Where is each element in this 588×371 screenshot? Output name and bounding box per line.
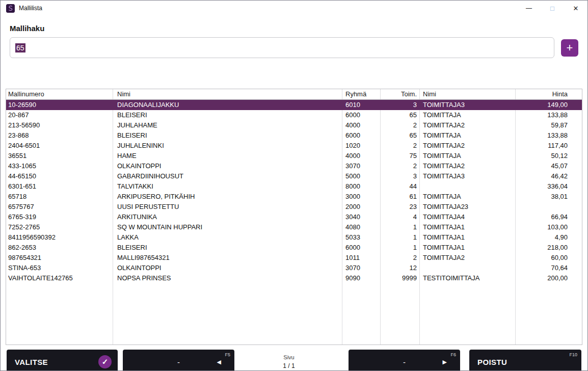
table-empty-cell bbox=[420, 283, 516, 344]
valitse-button[interactable]: VALITSE ✓ bbox=[7, 350, 118, 371]
table-cell: 3 bbox=[381, 100, 420, 110]
next-page-label: - bbox=[403, 358, 406, 366]
table-cell: STINA-653 bbox=[6, 263, 113, 273]
table-cell: 38,01 bbox=[516, 192, 582, 202]
table-cell: JUHLAHAME bbox=[113, 120, 342, 130]
table-cell: 45,07 bbox=[516, 161, 582, 171]
table-cell: NOPSA PRINSES bbox=[113, 273, 342, 283]
table-cell: 36551 bbox=[6, 151, 113, 161]
search-label: Mallihaku bbox=[10, 24, 578, 33]
table-cell: BLEISERI bbox=[113, 110, 342, 120]
table-cell: 59,87 bbox=[516, 120, 582, 130]
table-cell: 1 bbox=[381, 222, 420, 232]
table-row[interactable]: 8411956590392LAKKA50331TOIMITTAJA14,90 bbox=[6, 232, 582, 243]
table-cell: JUHLALENINKI bbox=[113, 141, 342, 151]
search-input[interactable]: 65 bbox=[10, 37, 554, 58]
table-row[interactable]: 987654321MALLI98765432110112TOIMITTAJA26… bbox=[6, 253, 582, 263]
table-cell: 12 bbox=[381, 263, 420, 273]
table-row[interactable]: 7252-2765SQ W MOUNTAIN HUPPARI40801TOIMI… bbox=[6, 222, 582, 232]
table-cell: 66,94 bbox=[516, 212, 582, 222]
table-row[interactable]: 10-26590DIAGONAALIJAKKU60103TOIMITTAJA31… bbox=[6, 100, 582, 110]
table-cell: 6301-651 bbox=[6, 181, 113, 192]
table-cell: 4000 bbox=[342, 151, 381, 161]
column-header-2[interactable]: Ryhmä bbox=[342, 89, 381, 99]
table-cell: 44-65150 bbox=[6, 171, 113, 181]
table-empty-cell bbox=[113, 283, 342, 344]
table-empty-cell bbox=[516, 283, 582, 344]
arrow-left-icon: ◀ bbox=[217, 359, 221, 365]
table-cell: 987654321 bbox=[6, 253, 113, 263]
table-cell: 133,88 bbox=[516, 130, 582, 141]
column-header-3[interactable]: Toim. bbox=[381, 89, 420, 99]
table-row[interactable]: 44-65150GABARDIINIHOUSUT50003TOIMITTAJA3… bbox=[6, 171, 582, 181]
table-row[interactable]: 862-2653BLEISERI60001TOIMITTAJA1218,00 bbox=[6, 243, 582, 253]
table-cell: TALVITAKKI bbox=[113, 181, 342, 192]
table-row[interactable]: 36551HAME400075TOIMITTAJA50,12 bbox=[6, 151, 582, 161]
table-cell: 4 bbox=[381, 212, 420, 222]
table-cell: 1 bbox=[381, 243, 420, 253]
table-row[interactable]: 6301-651TALVITAKKI800044336,04 bbox=[6, 181, 582, 192]
add-button[interactable]: + bbox=[561, 39, 578, 57]
table-cell: LAKKA bbox=[113, 232, 342, 243]
table-cell: SQ W MOUNTAIN HUPPARI bbox=[113, 222, 342, 232]
table-cell: TOIMITTAJA2 bbox=[420, 253, 516, 263]
poistu-button[interactable]: POISTU F10 bbox=[469, 350, 581, 371]
table-cell: 23-868 bbox=[6, 130, 113, 141]
table-cell: 3070 bbox=[342, 161, 381, 171]
table-cell: 9090 bbox=[342, 273, 381, 283]
table-row[interactable]: STINA-653OLKAINTOPPI30701270,64 bbox=[6, 263, 582, 273]
column-header-0[interactable]: Mallinumero bbox=[6, 89, 113, 99]
table-cell: OLKAINTOPPI bbox=[113, 161, 342, 171]
table-cell: 65718 bbox=[6, 192, 113, 202]
search-section: Mallihaku 65 + bbox=[1, 16, 587, 73]
table-cell: TOIMITTAJA1 bbox=[420, 222, 516, 232]
page-indicator: Sivu 1 / 1 bbox=[234, 350, 343, 371]
table-cell: 2 bbox=[381, 141, 420, 151]
table-cell: TESTITOIMITTAJA bbox=[420, 273, 516, 283]
table-cell: VAIHTOLAITE142765 bbox=[6, 273, 113, 283]
table-cell: TOIMITTAJA4 bbox=[420, 212, 516, 222]
column-header-5[interactable]: Hinta bbox=[516, 89, 582, 99]
table-empty-cell bbox=[381, 283, 420, 344]
table-body: 10-26590DIAGONAALIJAKKU60103TOIMITTAJA31… bbox=[6, 100, 582, 344]
page-indicator-label: Sivu bbox=[283, 354, 294, 360]
table-cell: 7252-2765 bbox=[6, 222, 113, 232]
table-row[interactable]: 2404-6501JUHLALENINKI10202TOIMITTAJA2117… bbox=[6, 141, 582, 151]
table-header-row: MallinumeroNimiRyhmäToim.NimiHinta bbox=[6, 89, 582, 100]
table-row[interactable]: 6575767UUSI PERUSTETTU200023TOIMITTAJA23 bbox=[6, 202, 582, 212]
table-cell: 3000 bbox=[342, 192, 381, 202]
table-row[interactable]: 23-868BLEISERI600065TOIMITTAJA133,88 bbox=[6, 130, 582, 141]
table-cell: GABARDIINIHOUSUT bbox=[113, 171, 342, 181]
table-row[interactable]: 433-1065OLKAINTOPPI30702TOIMITTAJA245,07 bbox=[6, 161, 582, 171]
table-cell: 117,40 bbox=[516, 141, 582, 151]
table-cell: 1 bbox=[381, 232, 420, 243]
poistu-button-label: POISTU bbox=[477, 358, 507, 366]
table-cell: 61 bbox=[381, 192, 420, 202]
table-cell: TOIMITTAJA bbox=[420, 151, 516, 161]
maximize-button[interactable]: □ bbox=[541, 1, 564, 16]
table-cell: 213-56590 bbox=[6, 120, 113, 130]
table-cell: HAME bbox=[113, 151, 342, 161]
table-cell: 6000 bbox=[342, 130, 381, 141]
table-row[interactable]: 6765-319ARKITUNIKA30404TOIMITTAJA466,94 bbox=[6, 212, 582, 222]
table-row[interactable]: 20-867BLEISERI600065TOIMITTAJA133,88 bbox=[6, 110, 582, 120]
table-cell: 4,90 bbox=[516, 232, 582, 243]
table-row[interactable]: 65718ARKIPUSERO, PITKÄHIH300061TOIMITTAJ… bbox=[6, 192, 582, 202]
table-cell: 5033 bbox=[342, 232, 381, 243]
f6-key-label: F6 bbox=[450, 352, 456, 357]
table-cell: 6000 bbox=[342, 110, 381, 120]
next-page-button[interactable]: - ▶ F6 bbox=[349, 350, 460, 371]
table-row[interactable]: 213-56590JUHLAHAME40002TOIMITTAJA259,87 bbox=[6, 120, 582, 130]
table-cell: 70,64 bbox=[516, 263, 582, 273]
minimize-button[interactable]: — bbox=[517, 1, 541, 16]
column-header-4[interactable]: Nimi bbox=[420, 89, 516, 99]
table-cell bbox=[420, 263, 516, 273]
column-header-1[interactable]: Nimi bbox=[113, 89, 342, 99]
previous-page-button[interactable]: - ◀ F5 bbox=[123, 350, 234, 371]
table-row[interactable]: VAIHTOLAITE142765NOPSA PRINSES90909999TE… bbox=[6, 273, 582, 283]
table-cell: 44 bbox=[381, 181, 420, 192]
table-cell: 65 bbox=[381, 110, 420, 120]
close-button[interactable]: ✕ bbox=[564, 1, 587, 16]
table-cell: 862-2653 bbox=[6, 243, 113, 253]
table-cell: 3070 bbox=[342, 263, 381, 273]
